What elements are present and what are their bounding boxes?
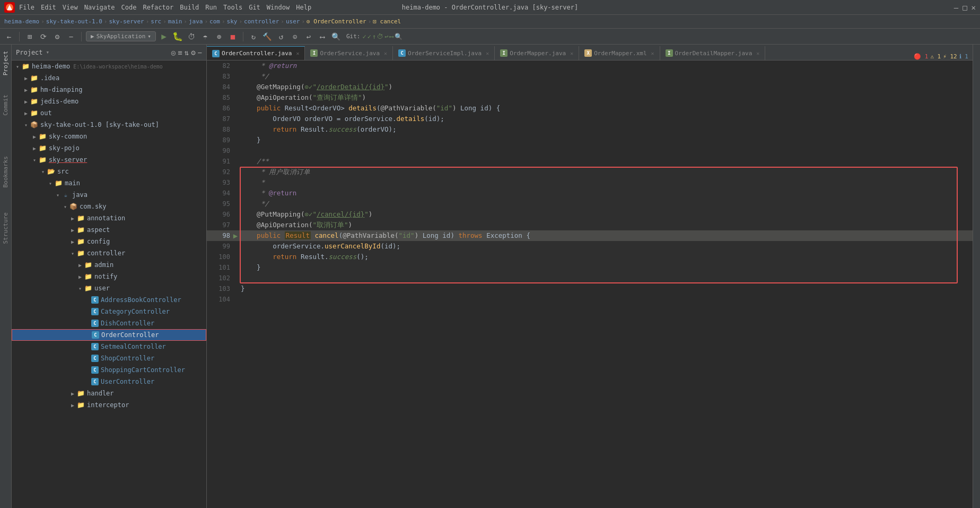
code[interactable]: OrderVO orderVO = orderService.details(i… [241, 114, 973, 124]
tree-notify[interactable]: ▶ 📁 notify [12, 271, 206, 282]
code[interactable]: return Result.success(orderVO); [241, 124, 973, 135]
menu-file[interactable]: File [19, 4, 34, 11]
code[interactable]: } [241, 283, 973, 294]
menu-edit[interactable]: Edit [41, 4, 56, 11]
tab-close-btn[interactable]: ✕ [756, 50, 759, 56]
tree-user-controller[interactable]: C UserController [12, 376, 206, 388]
git-check-icon[interactable]: ✓ [362, 33, 366, 40]
tree-hm-dianping[interactable]: ▶ 📁 hm-dianping [12, 84, 206, 96]
tab-project[interactable]: Project [1, 48, 10, 79]
toolbar-search-btn[interactable]: 🔍 [330, 31, 342, 42]
breadcrumb-cancel[interactable]: ⊡ cancel [373, 18, 401, 25]
tab-commit[interactable]: Commit [1, 91, 10, 119]
code[interactable]: @ApiOperation("查询订单详情") [241, 92, 973, 103]
git-push-icon[interactable]: ↑ [372, 33, 376, 40]
sidebar-header-buttons[interactable]: ◎ ≡ ⇅ ⚙ − [171, 48, 202, 57]
breadcrumb-sky-take-out[interactable]: sky-take-out-1.0 [46, 18, 102, 25]
breadcrumb-sky-server[interactable]: sky-server [109, 18, 144, 25]
tree-main[interactable]: ▾ 📁 main [12, 177, 206, 189]
toolbar-back-btn[interactable]: ← [3, 31, 15, 42]
menu-navigate[interactable]: Navigate [84, 4, 115, 11]
git-translate2-icon[interactable]: ⟷ [389, 33, 393, 40]
tree-annotation[interactable]: ▶ 📁 annotation [12, 212, 206, 224]
tab-order-mapper[interactable]: I OrderMapper.java ✕ [495, 46, 579, 60]
code[interactable] [241, 294, 973, 305]
menu-window[interactable]: Window [267, 4, 290, 11]
breadcrumb-ordercontroller[interactable]: ⊙ OrderController [307, 18, 366, 25]
breadcrumb-src[interactable]: src [151, 18, 161, 25]
tab-order-service-impl[interactable]: C OrderServiceImpl.java ✕ [393, 46, 495, 60]
git-search2-icon[interactable]: 🔍 [395, 33, 402, 40]
editor-scrollbar[interactable] [973, 45, 980, 508]
code[interactable]: public Result cancel(@PathVariable("id")… [241, 230, 973, 241]
code[interactable] [241, 145, 973, 156]
tab-structure[interactable]: Structure [1, 209, 10, 247]
code[interactable]: public Result<OrderVO> details(@PathVari… [241, 103, 973, 114]
menu-view[interactable]: View [63, 4, 78, 11]
menu-help[interactable]: Help [296, 4, 311, 11]
locate-btn[interactable]: ◎ [171, 48, 176, 57]
toolbar-debug-btn[interactable]: 🐛 [172, 31, 183, 42]
code[interactable] [241, 273, 973, 283]
breadcrumb-com[interactable]: com [209, 18, 220, 25]
tree-sky-server[interactable]: ▾ 📁 sky-server [12, 154, 206, 166]
tree-order-controller[interactable]: C OrderController [12, 329, 206, 341]
breadcrumb-user[interactable]: user [286, 18, 300, 25]
tree-aspect[interactable]: ▶ 📁 aspect [12, 224, 206, 236]
toolbar-coverage-btn[interactable]: ☂ [199, 31, 211, 42]
minimize-button[interactable]: — [954, 3, 958, 12]
toolbar-more-run-btn[interactable]: ⊕ [213, 31, 225, 42]
toolbar-minus-btn[interactable]: − [65, 31, 77, 42]
hide-btn[interactable]: − [198, 48, 202, 57]
toolbar-revert-btn[interactable]: ↩ [303, 31, 314, 42]
menu-build[interactable]: Build [180, 4, 199, 11]
menu-run[interactable]: Run [205, 4, 217, 11]
toolbar-update-btn[interactable]: ↻ [248, 31, 259, 42]
toolbar-sync-btn[interactable]: ⟳ [38, 31, 49, 42]
tree-setmeal-controller[interactable]: C SetmealController [12, 341, 206, 352]
tree-shop-controller[interactable]: C ShopController [12, 352, 206, 364]
toolbar-stop-btn[interactable]: ■ [227, 31, 239, 42]
tree-jedis-demo[interactable]: ▶ 📁 jedis-demo [12, 96, 206, 107]
code[interactable]: * [241, 177, 973, 188]
code[interactable]: } [241, 135, 973, 145]
sky-application-dropdown[interactable]: ▶ SkyApplication ▾ [86, 31, 156, 41]
menu-tools[interactable]: Tools [223, 4, 242, 11]
tab-bookmarks[interactable]: Bookmarks [1, 153, 10, 191]
toolbar-profile-btn[interactable]: ⏱ [186, 31, 197, 42]
breadcrumb-sky[interactable]: sky [227, 18, 238, 25]
tab-close-btn[interactable]: ✕ [296, 50, 299, 56]
code[interactable]: @PutMapping(⊙✓"/cancel/{id}") [241, 209, 973, 220]
tree-user-folder[interactable]: ▾ 📁 user [12, 282, 206, 294]
menu-items[interactable]: File Edit View Navigate Code Refactor Bu… [19, 4, 311, 11]
tree-out[interactable]: ▶ 📁 out [12, 107, 206, 119]
tab-close-btn[interactable]: ✕ [570, 50, 573, 56]
tab-close-btn[interactable]: ✕ [384, 50, 387, 56]
code[interactable]: * 用户取消订单 [241, 167, 973, 177]
tab-order-mapper-xml[interactable]: X OrderMapper.xml ✕ [579, 46, 660, 60]
code[interactable]: */ [241, 199, 973, 209]
toolbar-settings-btn[interactable]: ⚙ [51, 31, 63, 42]
sort-btn[interactable]: ⇅ [185, 48, 189, 57]
tree-config[interactable]: ▶ 📁 config [12, 236, 206, 247]
menu-code[interactable]: Code [121, 4, 137, 11]
code[interactable]: orderService.userCancelById(id); [241, 241, 973, 252]
breadcrumb-heima-demo[interactable]: heima-demo [4, 18, 39, 25]
tree-sky-take-out[interactable]: ▾ 📦 sky-take-out-1.0 [sky-take-out] [12, 119, 206, 131]
breadcrumb-main[interactable]: main [168, 18, 182, 25]
tree-address-book-controller[interactable]: C AddressBookController [12, 294, 206, 306]
tree-heima-demo[interactable]: ▾ 📁 heima-demo E:\idea-workspace\heima-d… [12, 61, 206, 72]
code[interactable]: * @return [241, 188, 973, 199]
code[interactable]: } [241, 262, 973, 273]
breadcrumb-controller[interactable]: controller [244, 18, 279, 25]
collapse-btn[interactable]: ≡ [178, 48, 182, 57]
code[interactable]: @ApiOperation("取消订单") [241, 220, 973, 230]
tree-idea[interactable]: ▶ 📁 .idea [12, 72, 206, 84]
tree-admin[interactable]: ▶ 📁 admin [12, 259, 206, 271]
tree-controller[interactable]: ▾ 📁 controller [12, 247, 206, 259]
tree-handler[interactable]: ▶ 📁 handler [12, 388, 206, 399]
git-revert-icon[interactable]: ↩ [384, 33, 388, 40]
toolbar-file-tree-btn[interactable]: ⊞ [24, 31, 36, 42]
code[interactable]: */ [241, 71, 973, 82]
code[interactable]: /** [241, 156, 973, 167]
